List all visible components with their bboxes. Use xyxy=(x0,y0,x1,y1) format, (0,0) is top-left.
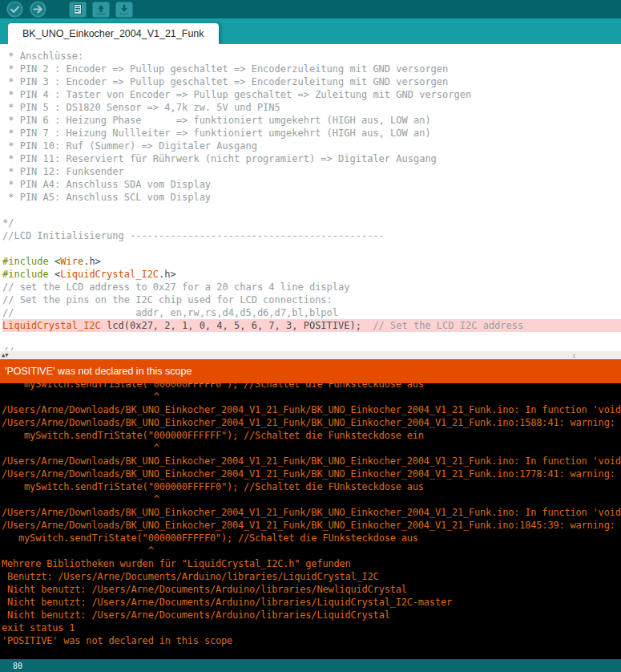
console-line: /Users/Arne/Downloads/BK_UNO_Einkocher_2… xyxy=(2,506,621,519)
code-line: * PIN 7 : Heizung Nullleiter => funktion… xyxy=(2,127,621,140)
console-line: exit status 1 xyxy=(2,621,621,634)
console-line: Nicht benutzt: /Users/Arne/Documents/Ard… xyxy=(2,583,621,596)
console-line: ^ xyxy=(2,391,621,403)
code-line: // set the LCD address to 0x27 for a 20 … xyxy=(2,281,621,293)
code-line: */ xyxy=(2,217,621,229)
code-line: * PIN 3 : Encoder => Pullup geschaltet =… xyxy=(2,75,621,88)
compiler-console[interactable]: mySwitch.sendTriState("000000FFFFF0"); /… xyxy=(0,383,621,659)
console-line: /Users/Arne/Downloads/BK_UNO_Einkocher_2… xyxy=(2,468,621,480)
code-line: * PIN 5 : DS1820 Sensor => 4,7k zw. 5V u… xyxy=(2,101,621,114)
editor-text: * Anschlüsse: * PIN 2 : Encoder => Pullu… xyxy=(0,44,621,350)
code-line: * PIN 4 : Taster von Encoder => Pullup g… xyxy=(2,88,621,101)
code-line: #include <Wire.h> xyxy=(2,255,621,268)
verify-button[interactable] xyxy=(6,2,23,18)
code-line: * PIN 12: Funksender xyxy=(2,165,621,178)
code-line: //LCD Initialisierung ------------------… xyxy=(2,229,621,242)
line-number-indicator: 80 xyxy=(13,662,22,671)
code-line xyxy=(2,204,621,217)
console-line: /Users/Arne/Downloads/BK_UNO_Einkocher_2… xyxy=(2,416,621,429)
sketch-tab[interactable]: BK_UNO_Einkocher_2004_V1_21_Funk xyxy=(8,23,219,44)
code-line: * PIN 11: Reserviert für Rührwerk (nicht… xyxy=(2,152,621,165)
console-line: Nicht benutzt: /Users/Arne/Documents/Ard… xyxy=(2,609,621,621)
status-bar: 80 xyxy=(0,659,621,672)
error-status-text: 'POSITIVE' was not declared in this scop… xyxy=(5,366,192,377)
arrow-right-circle-icon xyxy=(30,1,46,18)
console-line: Benutzt: /Users/Arne/Documents/Arduino/l… xyxy=(2,570,621,583)
code-line xyxy=(2,332,621,345)
console-line: ^ xyxy=(2,544,621,557)
console-line: /Users/Arne/Downloads/BK_UNO_Einkocher_2… xyxy=(2,403,621,416)
code-line: * PIN 6 : Heizung Phase => funktioniert … xyxy=(2,114,621,127)
code-line: * Anschlüsse: xyxy=(2,50,621,63)
open-sketch-button[interactable] xyxy=(92,2,110,18)
console-line: /Users/Arne/Downloads/BK_UNO_Einkocher_2… xyxy=(2,519,621,532)
toolbar xyxy=(0,0,621,18)
upload-button[interactable] xyxy=(29,2,46,18)
code-line: // Set the pins on the I2C chip used for… xyxy=(2,293,621,306)
code-line: // addr, en,rw,rs,d4,d5,d6,d7,bl,blpol xyxy=(2,306,621,319)
error-highlight-line: LiquidCrystal_I2C lcd(0x27, 2, 1, 0, 4, … xyxy=(2,319,621,332)
new-sketch-button[interactable] xyxy=(69,2,87,18)
console-line: mySwitch.sendTriState("000000FFFFF0"); /… xyxy=(2,480,621,493)
console-line: mySwitch.sendTriState("000000FFFFF0"); /… xyxy=(2,383,621,391)
code-line xyxy=(2,242,621,255)
console-line: ^ xyxy=(2,442,621,455)
code-line: #include <LiquidCrystal_I2C.h> xyxy=(2,268,621,281)
code-line: * PIN 2 : Encoder => Pullup geschaltet =… xyxy=(2,63,621,75)
code-line: //--------------------------------------… xyxy=(2,345,621,350)
document-icon xyxy=(69,2,87,18)
console-line: ^ xyxy=(2,493,621,506)
code-line: * PIN A4: Anschluss SDA vom Display xyxy=(2,178,621,191)
console-line: 'POSITIVE' was not declared in this scop… xyxy=(2,634,621,647)
code-line: * PIN A5: Anschluss SCL vom Display xyxy=(2,191,621,204)
arrow-up-icon xyxy=(92,2,110,18)
sketch-tab-label: BK_UNO_Einkocher_2004_V1_21_Funk xyxy=(22,28,204,39)
code-editor[interactable]: * Anschlüsse: * PIN 2 : Encoder => Pullu… xyxy=(0,44,621,350)
code-line: * PIN 10: Ruf (Summer) => Digitaler Ausg… xyxy=(2,140,621,152)
console-line: mySwitch.sendTriState("000000FFFFF0"); /… xyxy=(2,532,621,544)
console-line: Mehrere Bibliotheken wurden für "LiquidC… xyxy=(2,557,621,570)
console-line: Nicht benutzt: /Users/Arne/Documents/Ard… xyxy=(2,596,621,609)
save-sketch-button[interactable] xyxy=(115,2,133,18)
error-status-bar: 'POSITIVE' was not declared in this scop… xyxy=(0,359,621,383)
console-line: mySwitch.sendTriState("000000FFFFFF"); /… xyxy=(2,429,621,442)
check-circle-icon xyxy=(6,1,23,18)
tab-bar: BK_UNO_Einkocher_2004_V1_21_Funk xyxy=(0,18,621,44)
arrow-down-icon xyxy=(115,2,133,18)
console-line: /Users/Arne/Downloads/BK_UNO_Einkocher_2… xyxy=(2,455,621,468)
console-output: mySwitch.sendTriState("000000FFFFF0"); /… xyxy=(0,383,621,647)
